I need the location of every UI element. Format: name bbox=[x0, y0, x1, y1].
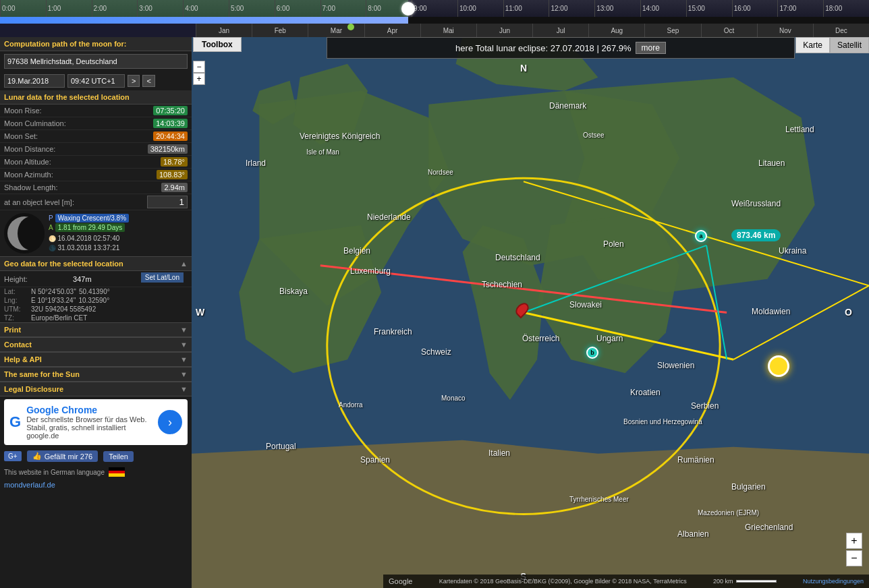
time-input[interactable] bbox=[67, 74, 125, 88]
timeline: 0:001:002:003:004:005:006:007:008:009:00… bbox=[0, 0, 869, 37]
month-feb[interactable]: Feb bbox=[252, 24, 308, 37]
moon-rise-row: Moon Rise: 07:35:20 bbox=[0, 105, 192, 117]
time-cursor[interactable] bbox=[401, 2, 415, 16]
month-jan[interactable]: Jan bbox=[196, 24, 252, 37]
compass-west: W bbox=[196, 307, 204, 318]
moon-culmination-label: Moon Culmination: bbox=[4, 119, 66, 127]
tz-label: TZ: bbox=[4, 314, 28, 322]
zoom-out-button[interactable]: − bbox=[846, 550, 862, 566]
time-tick-11: 11:00 bbox=[503, 0, 522, 17]
moon-distance-row: Moon Distance: 382150km bbox=[0, 143, 192, 156]
month-jun[interactable]: Jun bbox=[476, 24, 532, 37]
help-header[interactable]: Help & API ▼ bbox=[0, 352, 192, 367]
fb-gplus-button[interactable]: G+ bbox=[4, 451, 22, 461]
lat-label: Lat: bbox=[4, 288, 28, 295]
scale-line bbox=[736, 580, 777, 583]
nav-prev-button[interactable]: < bbox=[142, 75, 155, 87]
map-type-buttons: Karte Satellit bbox=[795, 37, 869, 53]
print-label: Print bbox=[4, 326, 21, 334]
moon-set-label: Moon Set: bbox=[4, 132, 38, 140]
fb-share-button[interactable]: Teilen bbox=[103, 451, 134, 462]
date-row: > < bbox=[0, 71, 192, 90]
time-tick-12: 12:00 bbox=[549, 0, 567, 17]
month-sep[interactable]: Sep bbox=[644, 24, 700, 37]
time-tick-6: 6:00 bbox=[275, 0, 289, 17]
lang-text: This website in German language bbox=[4, 469, 105, 476]
time-tick-8: 8:00 bbox=[366, 0, 381, 17]
scale-value: 200 km bbox=[713, 578, 733, 585]
nutzungsbedingungen-link[interactable]: Nutzungsbedingungen bbox=[803, 578, 864, 585]
moon-culmination-value: 14:03:39 bbox=[153, 119, 188, 128]
month-aug[interactable]: Aug bbox=[588, 24, 644, 37]
month-bar[interactable]: JanFebMarAprMaiJunJulAugSepOctNovDec bbox=[196, 24, 869, 37]
map-plus-zoom[interactable]: + bbox=[193, 73, 205, 85]
ad-text: Google Chrome Der schnellste Browser für… bbox=[26, 405, 152, 440]
legal-header[interactable]: Legal Disclosure ▼ bbox=[0, 382, 192, 396]
lat-row: Lat: N 50°24'50.03'' 50.41390° bbox=[0, 287, 192, 296]
tz-row: TZ: Europe/Berlin CET bbox=[0, 314, 192, 322]
moon-distance-value: 382150km bbox=[148, 144, 188, 154]
height-label: Height: bbox=[4, 275, 28, 283]
month-dec[interactable]: Dec bbox=[813, 24, 869, 37]
map-expand-controls: − + bbox=[193, 61, 205, 85]
german-flag bbox=[109, 467, 125, 477]
set-latlon-button[interactable]: Set Lat/Lon bbox=[141, 272, 184, 283]
moon-info: P Waxing Crescent/3.8% A 1.81 from 29.49… bbox=[49, 214, 188, 253]
month-nov[interactable]: Nov bbox=[757, 24, 813, 37]
distance-label: 873.46 km bbox=[731, 229, 781, 241]
month-jul[interactable]: Jul bbox=[532, 24, 588, 37]
time-tick-16: 16:00 bbox=[732, 0, 751, 17]
legal-arrow: ▼ bbox=[180, 385, 188, 393]
site-url: mondverlauf.de bbox=[4, 481, 55, 489]
progress-bar bbox=[0, 17, 869, 24]
shadow-length-row: Shadow Length: 2.94m bbox=[0, 181, 192, 194]
eclipse-text: here Total lunar eclipse: 27.07.2018 | 2… bbox=[455, 43, 631, 53]
time-ruler[interactable]: 0:001:002:003:004:005:006:007:008:009:00… bbox=[0, 0, 869, 17]
age-badge: 1.81 from 29.49 Days bbox=[55, 223, 125, 232]
time-tick-18: 18:00 bbox=[823, 0, 842, 17]
advertisement[interactable]: G Google Chrome Der schnellste Browser f… bbox=[4, 399, 188, 445]
month-mar[interactable]: Mar bbox=[308, 24, 364, 37]
date-input[interactable] bbox=[4, 74, 65, 88]
eclipse-more-button[interactable]: more bbox=[636, 42, 666, 54]
karte-button[interactable]: Karte bbox=[795, 37, 830, 53]
time-tick-10: 10:00 bbox=[457, 0, 476, 17]
copyright-text: Kartendaten © 2018 GeoBasis-DE/BKG (©200… bbox=[439, 578, 687, 585]
month-apr[interactable]: Apr bbox=[364, 24, 420, 37]
height-value: 347m bbox=[73, 275, 92, 283]
month-oct[interactable]: Oct bbox=[701, 24, 757, 37]
moon-azimuth-row: Moon Azimuth: 108.83° bbox=[0, 169, 192, 181]
nav-next-button[interactable]: > bbox=[128, 75, 140, 87]
object-level-input[interactable] bbox=[147, 196, 188, 208]
moon-set-row: Moon Set: 20:44:34 bbox=[0, 130, 192, 143]
lat-deg: 50.41390° bbox=[79, 288, 110, 295]
shadow-length-value: 2.94m bbox=[161, 183, 188, 192]
geo-collapse-arrow: ▲ bbox=[180, 260, 188, 268]
ad-logo: G bbox=[9, 413, 21, 431]
map-minus-zoom[interactable]: − bbox=[193, 61, 205, 73]
point-a-marker[interactable]: a bbox=[695, 230, 707, 242]
moon-altitude-label: Moon Altitude: bbox=[4, 158, 51, 166]
large-yellow-marker[interactable] bbox=[768, 355, 789, 377]
contact-header[interactable]: Contact ▼ bbox=[0, 337, 192, 352]
map-area[interactable]: Toolbox here Total lunar eclipse: 27.07.… bbox=[192, 37, 869, 588]
moon-altitude-value: 18.78° bbox=[161, 157, 188, 167]
sun-header[interactable]: The same for the Sun ▼ bbox=[0, 367, 192, 382]
month-indicator bbox=[347, 24, 354, 30]
geo-section-header[interactable]: Geo data for the selected location ▲ bbox=[0, 256, 192, 271]
toolbox-button[interactable]: Toolbox bbox=[193, 37, 242, 52]
moon-altitude-row: Moon Altitude: 18.78° bbox=[0, 156, 192, 169]
legal-label: Legal Disclosure bbox=[4, 385, 63, 393]
satellit-button[interactable]: Satellit bbox=[830, 37, 869, 53]
month-mai[interactable]: Mai bbox=[420, 24, 476, 37]
help-label: Help & API bbox=[4, 355, 42, 363]
main-location-marker[interactable] bbox=[517, 302, 528, 317]
point-b-marker[interactable]: b bbox=[586, 347, 598, 359]
zoom-in-button[interactable]: + bbox=[846, 533, 862, 549]
time-tick-0: 0:00 bbox=[0, 0, 15, 17]
fb-like-button[interactable]: 👍Gefällt mir 276 bbox=[27, 450, 99, 462]
object-level-row: at an object level [m]: bbox=[0, 194, 192, 210]
location-input[interactable] bbox=[4, 54, 188, 69]
print-header[interactable]: Print ▼ bbox=[0, 322, 192, 337]
ad-cta-button[interactable]: › bbox=[158, 410, 182, 434]
